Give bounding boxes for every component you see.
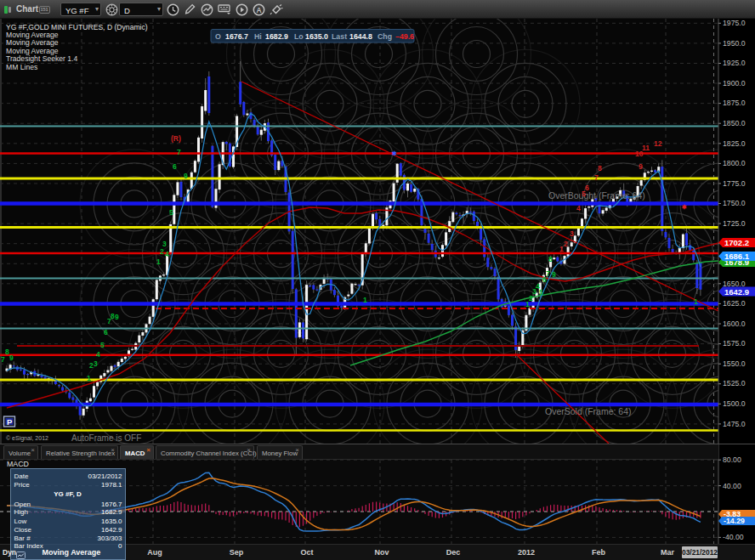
svg-text:4: 4	[576, 204, 581, 212]
svg-text:4: 4	[165, 250, 169, 258]
svg-text:MACD: MACD	[7, 460, 29, 468]
svg-text:40.00: 40.00	[723, 482, 741, 490]
svg-text:3: 3	[94, 359, 98, 368]
svg-text:6: 6	[173, 162, 177, 171]
svg-text:1676.7: 1676.7	[225, 32, 248, 41]
svg-text:OverBought (Frame: 64): OverBought (Frame: 64)	[548, 190, 645, 201]
svg-text:1: 1	[156, 257, 161, 266]
svg-text:1635.0: 1635.0	[305, 32, 328, 41]
svg-text:1644.8: 1644.8	[349, 32, 372, 41]
svg-text:1825.0: 1825.0	[723, 139, 746, 148]
svg-text:8: 8	[598, 164, 602, 173]
svg-text:(R): (R)	[171, 134, 181, 143]
svg-text:5: 5	[100, 341, 105, 349]
svg-text:2: 2	[160, 247, 164, 256]
svg-text:1800.0: 1800.0	[723, 159, 746, 167]
svg-text:4: 4	[96, 350, 100, 359]
svg-text:1702.2: 1702.2	[724, 238, 749, 247]
svg-text:1500.0: 1500.0	[723, 399, 746, 408]
svg-text:✱: ✱	[392, 150, 397, 156]
svg-text:–49.6: –49.6	[395, 32, 414, 41]
svg-text:6: 6	[104, 328, 108, 337]
svg-text:3: 3	[162, 240, 167, 248]
svg-text:-40.00: -40.00	[723, 533, 744, 541]
svg-text:1642.9: 1642.9	[724, 287, 749, 297]
svg-text:9: 9	[639, 162, 643, 171]
svg-text:Hi: Hi	[254, 32, 262, 41]
svg-text:O: O	[215, 32, 221, 41]
svg-text:1550.0: 1550.0	[723, 359, 746, 368]
svg-text:OverSold (Frame: 64): OverSold (Frame: 64)	[545, 406, 632, 416]
svg-text:7: 7	[177, 148, 181, 156]
svg-text:1600.0: 1600.0	[723, 320, 746, 328]
svg-text:1975.0: 1975.0	[723, 19, 746, 27]
svg-text:12: 12	[654, 139, 662, 148]
svg-text:1: 1	[694, 297, 698, 306]
svg-text:Last: Last	[332, 32, 347, 41]
svg-text:7: 7	[1, 355, 5, 364]
svg-text:80.00: 80.00	[723, 455, 741, 464]
svg-text:11: 11	[642, 144, 650, 152]
svg-text:9: 9	[115, 313, 119, 321]
svg-text:P: P	[7, 417, 13, 427]
svg-text:AutoFrame is OFF: AutoFrame is OFF	[71, 433, 141, 443]
svg-text:1686.1: 1686.1	[724, 252, 750, 261]
svg-text:1682.9: 1682.9	[265, 32, 288, 41]
svg-text:9: 9	[552, 270, 556, 279]
svg-text:5: 5	[169, 208, 173, 217]
svg-text:1900.0: 1900.0	[723, 79, 746, 88]
svg-text:Tradesight Seeker 1.4: Tradesight Seeker 1.4	[6, 54, 77, 63]
svg-text:A: A	[257, 5, 262, 14]
svg-text:Moving Average: Moving Average	[6, 47, 59, 55]
svg-text:7: 7	[594, 173, 599, 182]
svg-text:9: 9	[9, 354, 14, 362]
svg-text:© eSignal, 2012: © eSignal, 2012	[6, 435, 48, 442]
svg-text:1575.0: 1575.0	[723, 339, 746, 348]
svg-text:8: 8	[548, 255, 553, 263]
svg-text:1850.0: 1850.0	[723, 119, 746, 127]
svg-text:6: 6	[585, 184, 589, 192]
svg-text:YG #F,GOLD MINI FUTURES, D (Dy: YG #F,GOLD MINI FUTURES, D (Dynamic)	[6, 23, 148, 31]
svg-text:3: 3	[570, 229, 574, 238]
svg-text:1: 1	[87, 374, 91, 382]
svg-text:1775.0: 1775.0	[723, 179, 746, 188]
svg-text:9: 9	[184, 172, 188, 180]
svg-text:1525.0: 1525.0	[723, 379, 746, 387]
svg-text:1725.0: 1725.0	[723, 219, 746, 228]
svg-text:-14.29: -14.29	[724, 517, 745, 525]
svg-text:1750.0: 1750.0	[723, 199, 746, 207]
svg-text:Chg: Chg	[378, 32, 392, 41]
svg-text:1625.0: 1625.0	[723, 299, 746, 308]
svg-text:1925.0: 1925.0	[723, 59, 746, 67]
svg-text:1: 1	[363, 296, 367, 304]
svg-text:2: 2	[564, 240, 568, 248]
svg-text:7: 7	[546, 269, 550, 278]
svg-text:1950.0: 1950.0	[723, 39, 746, 48]
svg-text:1475.0: 1475.0	[723, 420, 746, 428]
svg-text:5: 5	[539, 288, 543, 297]
svg-text:1875.0: 1875.0	[723, 99, 746, 107]
svg-text:✱: ✱	[682, 204, 687, 210]
svg-text:Lo: Lo	[294, 32, 304, 41]
svg-text:MM Lines: MM Lines	[6, 63, 37, 71]
